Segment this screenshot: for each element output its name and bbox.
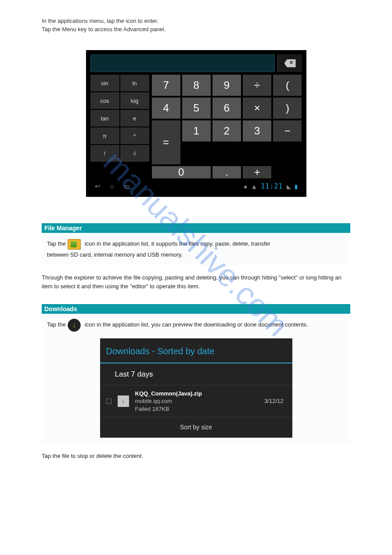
download-date: 3/12/12	[264, 397, 283, 406]
back-icon[interactable]: ↩	[95, 182, 101, 190]
download-file-icon: ↓	[118, 395, 129, 407]
func-pow[interactable]: ^	[120, 127, 149, 144]
home-icon[interactable]: ⌂	[110, 182, 114, 190]
recent-icon[interactable]: ▭	[124, 182, 130, 190]
intro-line-1-after: to enter.	[138, 18, 158, 24]
dl-text-before: Tap the	[47, 322, 67, 328]
key-8[interactable]: 8	[182, 75, 211, 96]
func-sqrt[interactable]: √	[120, 145, 149, 162]
heading-file-manager: File Manager	[42, 223, 350, 233]
download-source: mobile.qq.com	[135, 397, 259, 405]
download-status: Failed 187KB	[135, 405, 259, 413]
key-plus[interactable]: +	[243, 166, 271, 178]
key-1[interactable]: 1	[182, 120, 211, 141]
wifi-icon: ◣	[287, 183, 291, 190]
downloads-panel: Downloads - Sorted by date Last 7 days ↓…	[100, 338, 292, 438]
func-tan[interactable]: tan	[90, 110, 119, 127]
warning-icon: ▲	[251, 183, 257, 190]
trailer-paragraph: Tap the file to stop or delete the conte…	[42, 452, 350, 461]
downloads-icon	[67, 319, 81, 331]
key-6[interactable]: 6	[212, 98, 241, 119]
key-3[interactable]: 3	[243, 120, 271, 141]
section-file-manager: Tap the icon in the application list, it…	[42, 233, 350, 265]
func-cos[interactable]: cos	[90, 92, 119, 109]
clock: 11:21	[261, 182, 283, 190]
file-manager-icon	[67, 238, 81, 250]
fm-text-line2: between SD card, internal memory and USB…	[47, 251, 183, 258]
key-lparen[interactable]: (	[273, 75, 302, 96]
key-equals[interactable]: =	[152, 120, 180, 164]
dot-icon: ●	[243, 183, 247, 190]
download-name: KQQ_Common(Java).zip	[135, 390, 259, 398]
calculator-screenshot: sin ln cos log tan e π ^ ! √ 7 8 9 ÷ ( 4…	[86, 50, 306, 197]
key-4[interactable]: 4	[152, 98, 180, 119]
download-item[interactable]: ↓ KQQ_Common(Java).zip mobile.qq.com Fai…	[100, 385, 292, 418]
heading-downloads: Downloads	[42, 304, 350, 314]
sort-by-size-button[interactable]: Sort by size	[100, 417, 292, 438]
intro-line-1: In the applications menu, tap the icon t…	[42, 18, 350, 24]
section-downloads: Tap the icon in the application list, yo…	[42, 314, 350, 444]
func-sin[interactable]: sin	[90, 75, 119, 91]
android-navbar: ↩ ⌂ ▭ ● ▲ 11:21 ◣ ▮	[90, 180, 302, 192]
download-checkbox[interactable]	[106, 399, 111, 404]
key-rparen[interactable]: )	[273, 98, 302, 119]
key-7[interactable]: 7	[152, 75, 180, 96]
key-minus[interactable]: −	[273, 120, 302, 141]
downloads-group-label: Last 7 days	[100, 363, 292, 385]
explorer-paragraph: Through the explorer to achieve the file…	[42, 273, 350, 291]
battery-icon: ▮	[295, 183, 298, 190]
func-pi[interactable]: π	[90, 127, 119, 144]
func-e[interactable]: e	[120, 110, 149, 127]
fm-text-before: Tap the	[47, 240, 67, 247]
calc-display[interactable]	[90, 54, 275, 72]
dl-text-after: icon in the application list, you can pr…	[85, 322, 308, 328]
fm-text-after: icon in the application list, it support…	[85, 240, 270, 247]
key-9[interactable]: 9	[212, 75, 241, 96]
intro-line-2: Tap the Menu key to access the Advanced …	[42, 26, 350, 33]
backspace-icon	[284, 59, 296, 67]
key-divide[interactable]: ÷	[243, 75, 271, 96]
key-dot[interactable]: .	[212, 166, 241, 178]
downloads-title: Downloads - Sorted by date	[100, 338, 292, 363]
func-fact[interactable]: !	[90, 145, 119, 162]
func-log[interactable]: log	[120, 92, 149, 109]
backspace-button[interactable]	[277, 54, 302, 72]
key-0[interactable]: 0	[152, 166, 211, 178]
key-5[interactable]: 5	[182, 98, 211, 119]
func-ln[interactable]: ln	[120, 75, 149, 91]
key-2[interactable]: 2	[212, 120, 241, 141]
intro-line-1-before: In the applications menu, tap the icon	[42, 18, 136, 24]
key-multiply[interactable]: ×	[243, 98, 271, 119]
